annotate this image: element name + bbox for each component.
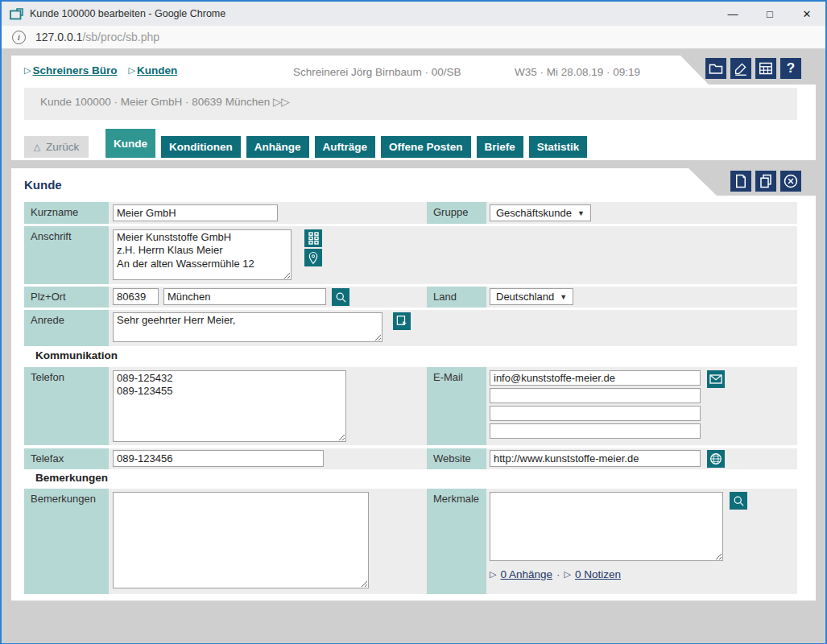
contacts-grid-icon[interactable] (304, 229, 322, 247)
back-triangle-icon: △ (34, 142, 40, 152)
row-plz-ort: Plz+Ort Land Deutschland ▼ (24, 287, 797, 308)
land-value: Deutschland (496, 291, 554, 303)
browser-window: Kunde 100000 bearbeiten - Google Chrome … (0, 0, 827, 644)
plz-ort-label: Plz+Ort (24, 287, 109, 308)
window-title: Kunde 100000 bearbeiten - Google Chrome (30, 8, 714, 19)
header-panel: ▷ Schreiners Büro ▷ Kunden Schreinerei J… (11, 56, 816, 160)
chevron-down-icon: ▼ (577, 209, 585, 217)
company-name: Schreinerei Jörg Birnbaum · 00/SB (293, 66, 461, 78)
land-select[interactable]: Deutschland ▼ (490, 288, 573, 305)
url-text[interactable]: 127.0.0.1/sb/proc/sb.php (35, 31, 159, 43)
kurzname-input[interactable] (113, 204, 278, 221)
back-button[interactable]: △ Zurück (24, 136, 89, 158)
new-record-icon[interactable] (730, 171, 751, 192)
email-input-4[interactable] (490, 423, 701, 439)
window-titlebar: Kunde 100000 bearbeiten - Google Chrome … (2, 2, 825, 26)
row-telefax-website: Telefax Website (24, 448, 797, 469)
record-summary-bar: Kunde 100000 · Meier GmbH · 80639 Münche… (24, 88, 797, 120)
anschrift-label: Anschrift (24, 226, 109, 284)
email-input-1[interactable] (490, 370, 701, 386)
gruppe-select[interactable]: Geschäftskunde ▼ (490, 204, 591, 221)
record-summary: Kunde 100000 · Meier GmbH · 80639 Münche… (40, 96, 270, 108)
tab-offene-posten[interactable]: Offene Posten (381, 136, 471, 158)
kurzname-label: Kurzname (24, 202, 109, 224)
bemerkungen-label: Bemerkungen (24, 489, 109, 594)
tab-briefe[interactable]: Briefe (477, 136, 523, 158)
copy-record-icon[interactable] (755, 171, 776, 192)
text-template-icon[interactable] (393, 312, 411, 330)
breadcrumb-link[interactable]: Kunden (137, 64, 177, 76)
email-input-2[interactable] (490, 388, 701, 403)
section-kommunikation: Kommunikation (35, 349, 118, 361)
search-icon[interactable] (730, 492, 747, 510)
chevron-down-icon: ▼ (560, 293, 567, 301)
tab-auftraege[interactable]: Aufträge (315, 136, 376, 158)
url-host: 127.0.0.1 (35, 31, 82, 43)
minimize-button[interactable]: — (714, 2, 751, 26)
app-window-icon (10, 8, 23, 20)
address-bar[interactable]: i 127.0.0.1/sb/proc/sb.php (2, 26, 825, 49)
row-bemerkungen-merkmale: Bemerkungen Merkmale ▷ 0 Anhänge · ▷ 0 N… (24, 489, 797, 594)
back-label: Zurück (46, 141, 79, 153)
maximize-button[interactable]: □ (751, 2, 788, 26)
breadcrumb-kunden[interactable]: ▷ Kunden (129, 64, 178, 76)
website-input[interactable] (490, 450, 701, 467)
plz-input[interactable] (113, 288, 159, 305)
telefax-label: Telefax (24, 448, 109, 469)
tab-statistik[interactable]: Statistik (529, 136, 588, 158)
telefon-label: Telefon (24, 367, 109, 445)
merkmale-textarea[interactable] (490, 492, 723, 561)
expand-record-icon[interactable]: ▷▷ (273, 96, 290, 108)
telefax-input[interactable] (113, 450, 324, 467)
envelope-icon[interactable] (707, 370, 725, 388)
tab-konditionen[interactable]: Konditionen (161, 136, 241, 158)
close-button[interactable]: ✕ (788, 2, 825, 26)
tab-anhaenge[interactable]: Anhänge (246, 136, 309, 158)
page-info-icon[interactable]: i (12, 31, 26, 44)
telefon-textarea[interactable]: 089-125432 089-123455 (113, 370, 346, 442)
gruppe-value: Geschäftskunde (496, 207, 572, 219)
merkmale-label: Merkmale (427, 489, 486, 594)
triangle-icon: ▷ (129, 65, 135, 76)
bemerkungen-textarea[interactable] (113, 492, 369, 588)
notizen-link[interactable]: 0 Notizen (575, 568, 621, 580)
triangle-icon: ▷ (490, 569, 496, 580)
breadcrumb: ▷ Schreiners Büro ▷ Kunden (24, 64, 177, 76)
anhaenge-link[interactable]: 0 Anhänge (500, 568, 552, 580)
row-anschrift: Anschrift Meier Kunststoffe GmbH z.H. He… (24, 226, 797, 284)
anrede-textarea[interactable]: Sehr geehrter Herr Meier, (113, 312, 382, 342)
form-panel: Kunde Kurzname Gruppe Geschäftskunde (11, 168, 816, 601)
triangle-icon: ▷ (24, 65, 31, 76)
breadcrumb-link[interactable]: Schreiners Büro (32, 64, 117, 76)
page-title: Kunde (24, 178, 62, 192)
delete-record-icon[interactable] (780, 171, 801, 192)
page-content: ▷ Schreiners Büro ▷ Kunden Schreinerei J… (2, 49, 825, 643)
row-kurzname: Kurzname Gruppe Geschäftskunde ▼ (24, 202, 797, 224)
land-label: Land (427, 287, 486, 308)
anschrift-textarea[interactable]: Meier Kunststoffe GmbH z.H. Herrn Klaus … (113, 229, 292, 280)
date-time: W35 · Mi 28.08.19 · 09:19 (515, 66, 640, 78)
record-toolbar (730, 171, 801, 192)
globe-icon[interactable] (707, 450, 725, 468)
website-label: Website (427, 448, 486, 469)
tab-bar: △ Zurück Kunde Konditionen Anhänge Auftr… (24, 129, 593, 158)
breadcrumb-schreiners-buero[interactable]: ▷ Schreiners Büro (24, 64, 118, 76)
tab-kunde[interactable]: Kunde (105, 129, 155, 158)
search-icon[interactable] (332, 288, 349, 306)
separator: · (556, 568, 560, 580)
email-label: E-Mail (427, 367, 486, 445)
email-input-3[interactable] (490, 406, 701, 421)
anrede-label: Anrede (24, 310, 109, 346)
edit-pencil-icon[interactable] (730, 58, 751, 79)
row-anrede: Anrede Sehr geehrter Herr Meier, (24, 310, 797, 346)
section-bemerkungen: Bemerkungen (35, 472, 108, 484)
folder-icon[interactable] (705, 58, 726, 79)
help-icon[interactable]: ? (780, 58, 801, 79)
record-links: ▷ 0 Anhänge · ▷ 0 Notizen (490, 568, 621, 580)
header-toolbar: ? (705, 58, 801, 79)
gruppe-label: Gruppe (427, 202, 486, 224)
ort-input[interactable] (163, 288, 326, 305)
map-pin-icon[interactable] (304, 249, 322, 266)
row-telefon-email: Telefon 089-125432 089-123455 E-Mail (24, 367, 797, 445)
calendar-icon[interactable] (755, 58, 776, 79)
